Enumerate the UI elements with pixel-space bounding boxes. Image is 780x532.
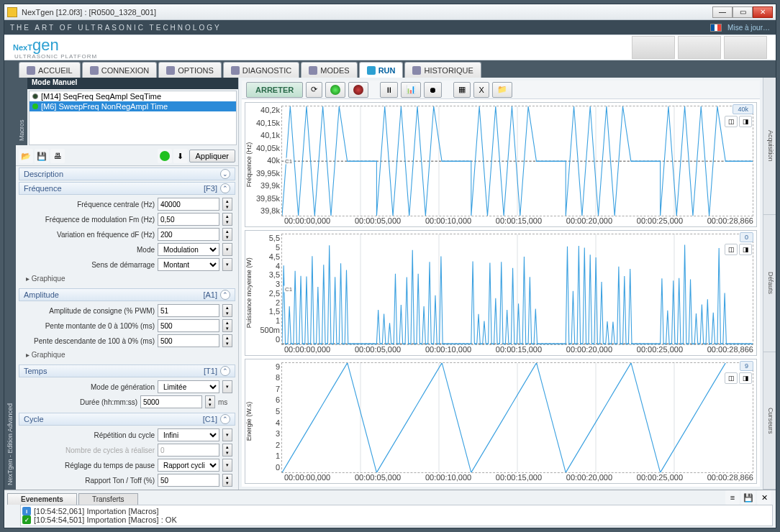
plot-area[interactable] [281,362,753,473]
tab-transferts[interactable]: Transferts [78,493,138,505]
chart-button[interactable]: 📊 [401,82,421,98]
chart[interactable]: Puissance moyenne (W)5,554,543,532,521,5… [245,230,757,355]
tab-connexion[interactable]: CONNEXION [82,62,158,78]
dropdown-icon[interactable]: ▾ [222,459,232,472]
logo: NexTgen [13,36,97,55]
chevron-up-icon[interactable]: ⌃ [220,366,230,376]
rail-defauts[interactable]: Défauts [763,215,776,352]
spinner-icon[interactable]: ▴▾ [222,198,232,211]
tab-accueil[interactable]: ACCUEIL [19,62,81,78]
event-log[interactable]: i[10:54:52,061] Importation [Macros] ✓[1… [20,505,773,526]
download-button[interactable]: ⬇ [173,149,188,163]
export-excel-button[interactable]: X [473,82,489,98]
macro-item[interactable]: [M14] SeqFreq SeqAmpl SeqTime [30,91,236,101]
spinner-icon[interactable]: ▴▾ [205,395,215,408]
calculator-button[interactable]: ▦ [453,82,471,98]
section-cycle[interactable]: Cycle[C1]⌃ [19,413,235,426]
dropdown-icon[interactable]: ▾ [222,243,232,256]
chevron-up-icon[interactable]: ⌃ [220,183,230,193]
spinner-icon[interactable]: ▴▾ [222,334,232,347]
number-input[interactable] [140,395,202,408]
spinner-icon[interactable]: ▴▾ [222,474,232,487]
chevron-up-icon[interactable]: ⌃ [220,414,230,424]
chart-tool-button[interactable]: ◨ [739,116,752,127]
main-tabbar: ACCUEIL CONNEXION OPTIONS DIAGNOSTIC MOD… [4,60,776,78]
section-amplitude[interactable]: Amplitude[A1]⌃ [19,288,235,301]
chart-tool-button[interactable]: ◨ [739,244,752,255]
update-link[interactable]: Mise à jour… [727,24,770,32]
chart-badge: 40k [733,104,753,114]
number-input[interactable] [158,198,219,211]
number-input[interactable] [158,474,219,487]
number-input[interactable] [158,319,219,332]
macro-item[interactable]: [M6] SweepFreq NonRegAmpl Time [30,101,236,111]
chart[interactable]: Energie (W.s)987654321000:00:00,00000:00… [245,359,757,484]
spinner-icon[interactable]: ▴▾ [222,213,232,226]
macros-rail[interactable]: Macros [16,78,27,145]
select-input[interactable]: Montant [158,258,219,271]
select-input[interactable]: Infini [158,428,219,441]
chart-tool-button[interactable]: ◫ [725,116,738,127]
section-description[interactable]: Description⌄ [19,168,235,180]
graphique-link[interactable]: ▸ Graphique [22,273,232,284]
section-temps[interactable]: Temps[T1]⌃ [19,364,235,377]
spinner-icon[interactable]: ▴▾ [222,319,232,332]
plot-area[interactable]: C1 [281,106,753,216]
dropdown-icon[interactable]: ▾ [222,258,232,271]
open-file-button[interactable]: 📁 [492,82,512,98]
refresh-button[interactable]: ⟳ [306,82,322,98]
field-label: Nombre de cycles à réaliser [22,446,155,454]
section-frequence[interactable]: Fréquence[F3]⌃ [19,182,235,195]
select-input[interactable]: Modulation [158,243,219,256]
dropdown-icon[interactable]: ▾ [222,428,232,441]
macro-list[interactable]: [M14] SeqFreq SeqAmpl SeqTime [M6] Sweep… [29,91,237,145]
number-input[interactable] [158,213,219,226]
graphique-link[interactable]: ▸ Graphique [22,349,232,360]
spinner-icon[interactable]: ▴▾ [222,304,232,317]
chart-tool-button[interactable]: ◫ [725,372,738,384]
chart-tool-button[interactable]: ◫ [725,244,738,255]
rail-curseurs[interactable]: Curseurs [763,352,776,490]
log-clear-button[interactable]: ✕ [757,490,771,505]
rail-acquisition[interactable]: Acquisition [763,78,776,215]
chart-tool-button[interactable]: ◨ [739,372,752,384]
app-icon [7,7,17,17]
minimize-button[interactable]: — [712,6,733,18]
select-input[interactable]: Limitée [158,380,219,393]
apply-button[interactable]: Appliquer [189,150,235,162]
french-flag-icon[interactable] [710,24,722,32]
pause-button[interactable]: ⏸ [380,82,398,98]
spinner-icon[interactable]: ▴▾ [222,444,232,457]
dropdown-icon[interactable]: ▾ [222,380,232,393]
number-input[interactable] [158,304,219,317]
record-button[interactable]: ⏺ [424,82,442,98]
open-folder-button[interactable]: 📂 [19,149,33,163]
tab-options[interactable]: OPTIONS [158,62,222,78]
bottom-panel: Evenements Transferts ≡ 💾 ✕ i[10:54:52,0… [4,490,776,528]
tab-run[interactable]: RUN [359,62,404,78]
log-save-button[interactable]: 💾 [741,490,756,505]
number-input[interactable] [158,444,219,457]
spinner-icon[interactable]: ▴▾ [222,228,232,241]
tab-historique[interactable]: HISTORIQUE [404,62,481,78]
chevron-up-icon[interactable]: ⌃ [220,290,230,300]
led-green-icon [325,82,345,98]
chart[interactable]: Fréquence (Hz)40,2k40,15k40,1k40,05k40k3… [245,102,757,227]
tab-diagnostic[interactable]: DIAGNOSTIC [223,62,299,78]
log-filter-button[interactable]: ≡ [725,490,740,505]
form-row: Rapport Ton / Toff (%)▴▾ [22,474,232,487]
select-input[interactable]: Rapport cyclique [158,459,219,472]
maximize-button[interactable]: ▭ [733,6,753,18]
field-label: Fréquence centrale (Hz) [22,201,155,208]
stop-button[interactable]: ARRETER [246,82,303,98]
chevron-down-icon[interactable]: ⌄ [220,169,230,179]
tab-modes[interactable]: MODES [301,62,357,78]
plot-area[interactable]: C1 [281,234,753,344]
y-axis: 5,554,543,532,521,51500m0 [255,231,281,354]
save-button[interactable]: 💾 [35,149,49,163]
number-input[interactable] [158,334,219,347]
close-button[interactable]: ✕ [753,6,773,18]
tab-evenements[interactable]: Evenements [7,493,77,505]
print-button[interactable]: 🖶 [50,149,65,163]
number-input[interactable] [158,228,219,241]
